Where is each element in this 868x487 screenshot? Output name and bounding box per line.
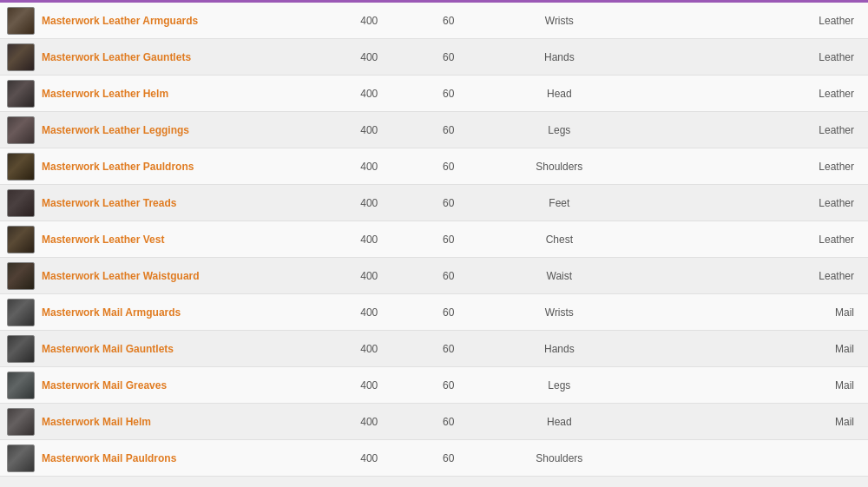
col-empty — [630, 346, 726, 352]
col-name: Masterwork Mail Pauldrons — [0, 441, 329, 476]
item-name-link[interactable]: Masterwork Leather Armguards — [42, 15, 198, 27]
item-icon — [7, 372, 35, 399]
col-slot: Hands — [489, 48, 631, 67]
col-empty — [630, 236, 726, 243]
item-name-link[interactable]: Masterwork Mail Armguards — [42, 306, 181, 319]
item-table: Masterwork Leather Armguards 400 60 Wris… — [0, 3, 868, 477]
col-type: Leather — [726, 48, 868, 67]
col-name: Masterwork Leather Leggings — [0, 113, 329, 148]
item-name-link[interactable]: Masterwork Mail Greaves — [42, 379, 167, 392]
item-name-link[interactable]: Masterwork Leather Gauntlets — [42, 51, 191, 63]
col-slot: Wrists — [489, 303, 631, 322]
item-name-link[interactable]: Masterwork Leather Treads — [42, 197, 176, 209]
item-icon — [7, 408, 35, 436]
col-slot: Head — [489, 412, 631, 431]
col-name: Masterwork Mail Armguards — [0, 295, 329, 330]
col-empty — [630, 455, 726, 462]
item-icon — [7, 444, 35, 472]
table-row: Masterwork Leather Armguards 400 60 Wris… — [0, 3, 868, 39]
table-row: Masterwork Mail Gauntlets 400 60 Hands M… — [0, 331, 868, 367]
col-slot: Head — [489, 84, 631, 103]
col-name: Masterwork Mail Gauntlets — [0, 332, 329, 366]
col-val1: 400 — [329, 303, 409, 322]
table-row: Masterwork Mail Armguards 400 60 Wrists … — [0, 294, 868, 331]
col-type: Mail — [726, 376, 868, 395]
col-val2: 60 — [409, 267, 489, 286]
item-name-link[interactable]: Masterwork Mail Helm — [42, 416, 151, 428]
col-empty — [630, 17, 726, 24]
col-val2: 60 — [409, 121, 489, 140]
col-slot: Hands — [489, 339, 631, 359]
item-name-link[interactable]: Masterwork Leather Pauldrons — [42, 161, 194, 173]
col-val1: 400 — [329, 121, 409, 140]
col-val1: 400 — [329, 339, 409, 359]
col-type: Mail — [726, 339, 868, 359]
col-empty — [630, 309, 726, 316]
col-val1: 400 — [329, 376, 409, 395]
col-name: Masterwork Leather Treads — [0, 186, 329, 220]
col-val1: 400 — [329, 194, 409, 213]
item-name-link[interactable]: Masterwork Leather Helm — [42, 88, 168, 100]
col-val2: 60 — [409, 48, 489, 67]
col-slot: Legs — [489, 121, 631, 140]
col-slot: Wrists — [489, 11, 631, 30]
col-val1: 400 — [329, 412, 409, 431]
col-empty — [630, 382, 726, 389]
col-slot: Chest — [489, 230, 631, 249]
col-val2: 60 — [409, 194, 489, 213]
col-name: Masterwork Leather Pauldrons — [0, 149, 329, 184]
icon-inner — [9, 446, 33, 471]
icon-inner — [9, 118, 33, 142]
table-row: Masterwork Leather Pauldrons 400 60 Shou… — [0, 148, 868, 185]
table-row: Masterwork Leather Treads 400 60 Feet Le… — [0, 185, 868, 221]
col-empty — [630, 54, 726, 61]
col-type: Leather — [726, 230, 868, 249]
col-empty — [630, 418, 726, 425]
item-icon — [7, 335, 35, 363]
col-type — [726, 455, 868, 462]
col-val2: 60 — [409, 376, 489, 395]
col-type: Mail — [726, 303, 868, 322]
icon-inner — [9, 191, 33, 215]
table-row: Masterwork Leather Vest 400 60 Chest Lea… — [0, 221, 868, 258]
icon-inner — [9, 227, 33, 252]
col-empty — [630, 163, 726, 170]
col-val1: 400 — [329, 84, 409, 103]
icon-inner — [9, 45, 33, 69]
item-icon — [7, 299, 35, 326]
col-name: Masterwork Mail Greaves — [0, 368, 329, 403]
col-empty — [630, 127, 726, 134]
col-type: Leather — [726, 157, 868, 176]
item-icon — [7, 116, 35, 144]
icon-inner — [9, 373, 33, 398]
col-val1: 400 — [329, 267, 409, 286]
item-name-link[interactable]: Masterwork Mail Pauldrons — [42, 452, 176, 464]
icon-inner — [9, 82, 33, 106]
item-name-link[interactable]: Masterwork Leather Waistguard — [42, 270, 200, 282]
col-empty — [630, 273, 726, 280]
col-name: Masterwork Leather Waistguard — [0, 259, 329, 293]
item-icon — [7, 153, 35, 181]
item-icon — [7, 7, 35, 35]
icon-inner — [9, 9, 33, 33]
table-row: Masterwork Leather Helm 400 60 Head Leat… — [0, 76, 868, 112]
col-val1: 400 — [329, 230, 409, 249]
icon-inner — [9, 300, 33, 325]
item-name-link[interactable]: Masterwork Leather Vest — [42, 234, 164, 246]
icon-inner — [9, 337, 33, 361]
icon-inner — [9, 264, 33, 288]
col-type: Mail — [726, 412, 868, 431]
col-slot: Legs — [489, 376, 631, 395]
col-type: Leather — [726, 121, 868, 140]
col-val2: 60 — [409, 303, 489, 322]
table-row: Masterwork Leather Leggings 400 60 Legs … — [0, 112, 868, 148]
table-row: Masterwork Mail Helm 400 60 Head Mail — [0, 404, 868, 440]
col-type: Leather — [726, 11, 868, 30]
col-name: Masterwork Leather Armguards — [0, 3, 329, 38]
item-icon — [7, 189, 35, 217]
col-type: Leather — [726, 194, 868, 213]
item-name-link[interactable]: Masterwork Leather Leggings — [42, 124, 189, 136]
item-name-link[interactable]: Masterwork Mail Gauntlets — [42, 343, 174, 355]
col-val1: 400 — [329, 157, 409, 176]
col-name: Masterwork Leather Helm — [0, 76, 329, 111]
